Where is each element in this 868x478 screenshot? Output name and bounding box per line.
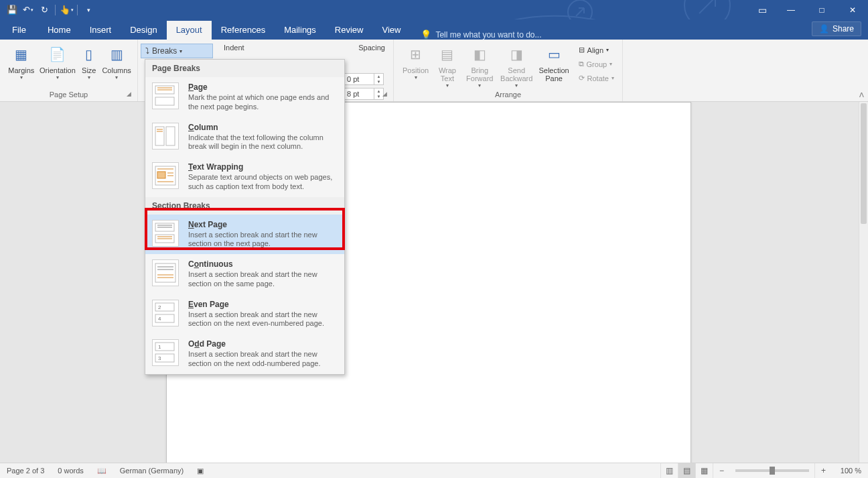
breaks-item-page[interactable]: PageMark the point at which one page end…: [145, 77, 344, 117]
tab-insert[interactable]: Insert: [80, 21, 121, 40]
chevron-down-icon: ▾: [115, 74, 118, 80]
tab-references[interactable]: References: [212, 21, 275, 40]
close-button[interactable]: ✕: [837, 0, 868, 19]
breaks-item-desc: Indicate that the text following the col…: [188, 133, 336, 152]
align-icon: ⊟: [579, 46, 585, 54]
undo-icon[interactable]: ↶▾: [21, 3, 35, 17]
group-button: ⧉Group▾: [576, 58, 617, 70]
align-button[interactable]: ⊟Align▾: [576, 44, 617, 56]
position-button: ⊞ Position ▾: [399, 42, 432, 80]
text-wrapping-break-icon: [152, 162, 179, 189]
scrollbar-thumb[interactable]: [861, 103, 867, 224]
size-button[interactable]: ▯ Size ▾: [78, 42, 100, 80]
zoom-in-button[interactable]: +: [814, 463, 832, 479]
send-backward-icon: ◨: [506, 44, 527, 65]
rotate-icon: ⟳: [579, 74, 585, 82]
share-icon: 👤: [819, 24, 829, 34]
column-break-icon: [152, 123, 179, 150]
zoom-out-button[interactable]: −: [713, 463, 730, 479]
breaks-item-odd-page[interactable]: 13 Odd PageInsert a section break and st…: [145, 334, 344, 374]
breaks-item-title: Text Wrapping: [188, 162, 336, 172]
bring-forward-label: BringForward: [466, 66, 493, 82]
share-button[interactable]: 👤 Share: [812, 21, 861, 36]
page-setup-dialog-launcher-icon[interactable]: ◢: [127, 91, 135, 99]
breaks-header-section: Section Breaks: [145, 197, 344, 215]
tab-mailings[interactable]: Mailings: [275, 21, 326, 40]
status-words[interactable]: 0 words: [51, 467, 90, 475]
margins-label: Margins: [8, 66, 34, 74]
chevron-down-icon: ▾: [179, 48, 182, 54]
touch-mode-icon[interactable]: 👆▾: [60, 3, 73, 17]
save-icon[interactable]: 💾: [5, 3, 19, 17]
print-layout-button[interactable]: ▤: [678, 463, 695, 479]
qat-customize-icon[interactable]: ▾: [82, 3, 95, 17]
status-page[interactable]: Page 2 of 3: [0, 467, 51, 475]
breaks-item-next-page[interactable]: Next PageInsert a section break and star…: [145, 215, 344, 255]
svg-text:2: 2: [158, 304, 161, 310]
ribbon-options-button[interactable]: ▭: [749, 0, 776, 19]
even-page-section-icon: 24: [152, 300, 179, 326]
tab-view[interactable]: View: [372, 21, 410, 40]
group-arrange: ⊞ Position ▾ ▤ WrapText ▾ ◧ BringForward…: [394, 40, 623, 101]
breaks-item-column[interactable]: ColumnIndicate that the text following t…: [145, 117, 344, 158]
odd-page-section-icon: 13: [152, 339, 179, 366]
columns-button[interactable]: ▥ Columns ▾: [101, 42, 132, 80]
zoom-level[interactable]: 100 %: [832, 467, 868, 475]
spacing-before-input[interactable]: 0 pt ▲▼: [344, 73, 384, 85]
zoom-slider[interactable]: [735, 469, 809, 472]
svg-rect-13: [157, 172, 165, 178]
vertical-scrollbar[interactable]: [859, 102, 868, 463]
chevron-down-icon: ▾: [515, 82, 518, 88]
proofing-icon[interactable]: 📖: [90, 467, 113, 475]
minimize-button[interactable]: —: [776, 0, 806, 19]
tab-review[interactable]: Review: [326, 21, 373, 40]
spacing-before-value: 0 pt: [344, 74, 374, 84]
spin-up-icon[interactable]: ▲: [374, 74, 383, 79]
tell-me-search[interactable]: 💡 Tell me what you want to do...: [415, 29, 547, 40]
status-language[interactable]: German (Germany): [113, 467, 190, 475]
document-area[interactable]: [0, 102, 859, 463]
selection-pane-button[interactable]: ▭ SelectionPane: [536, 42, 572, 82]
size-icon: ▯: [78, 44, 100, 65]
chevron-down-icon: ▾: [446, 82, 449, 88]
continuous-section-icon: [152, 259, 179, 286]
margins-button[interactable]: ▦ Margins ▾: [5, 42, 38, 80]
group-label-arrange: Arrange: [399, 91, 617, 100]
chevron-down-icon: ▾: [609, 61, 612, 67]
breaks-item-title: Next Page: [188, 220, 336, 229]
read-mode-button[interactable]: ▥: [660, 463, 678, 479]
restore-button[interactable]: □: [806, 0, 837, 19]
svg-text:1: 1: [158, 344, 161, 350]
svg-rect-24: [155, 263, 175, 282]
collapse-ribbon-icon[interactable]: ᐱ: [859, 91, 864, 99]
breaks-item-text-wrapping[interactable]: Text WrappingSeparate text around object…: [145, 157, 344, 197]
spacing-after-input[interactable]: 8 pt ▲▼: [344, 88, 384, 100]
redo-icon[interactable]: ↻: [38, 3, 51, 17]
paragraph-dialog-launcher-icon[interactable]: ◢: [382, 91, 390, 99]
columns-icon: ▥: [106, 44, 127, 65]
orientation-button[interactable]: 📄 Orientation ▾: [39, 42, 77, 80]
status-bar: Page 2 of 3 0 words 📖 German (Germany) ▣…: [0, 463, 868, 478]
orientation-label: Orientation: [40, 66, 76, 74]
position-label: Position: [403, 66, 429, 74]
tab-file[interactable]: File: [0, 21, 38, 40]
ribbon-tabstrip: File Home Insert Design Layout Reference…: [0, 19, 868, 40]
spacing-after-value: 8 pt: [344, 88, 374, 99]
group-label-page-setup: Page Setup: [5, 91, 132, 100]
tab-home[interactable]: Home: [38, 21, 80, 40]
breaks-item-even-page[interactable]: 24 Even PageInsert a section break and s…: [145, 294, 344, 335]
breaks-button[interactable]: ⤵ Breaks ▾: [141, 44, 213, 58]
chevron-down-icon: ▾: [20, 74, 23, 80]
web-layout-button[interactable]: ▦: [695, 463, 713, 479]
spacing-header: Spacing: [358, 44, 385, 52]
zoom-slider-knob[interactable]: [770, 467, 775, 475]
breaks-item-continuous[interactable]: ContinuousInsert a section break and sta…: [145, 254, 344, 294]
breaks-header-page: Page Breaks: [145, 60, 344, 77]
tab-layout[interactable]: Layout: [167, 21, 212, 40]
align-label: Align: [587, 46, 603, 54]
spin-down-icon[interactable]: ▼: [374, 79, 383, 84]
quick-access-toolbar: 💾 ↶▾ ↻ 👆▾ ▾: [0, 3, 95, 17]
macro-record-icon[interactable]: ▣: [190, 467, 210, 475]
svg-text:4: 4: [158, 316, 161, 322]
tab-design[interactable]: Design: [121, 21, 166, 40]
